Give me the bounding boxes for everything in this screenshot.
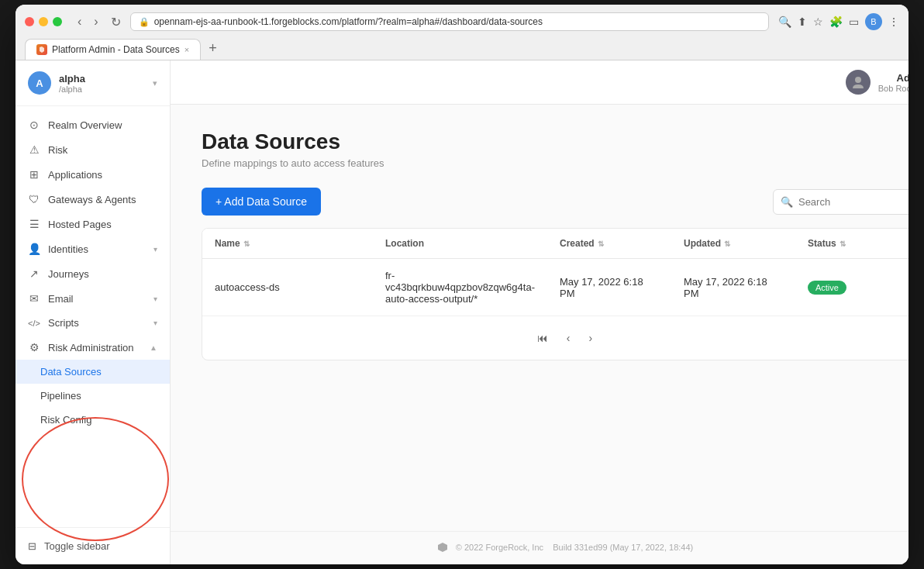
risk-admin-chevron-icon: ▲ [150,343,157,352]
footer-copyright: © 2022 ForgeRock, Inc [456,543,543,552]
scripts-chevron-icon: ▾ [153,319,157,327]
add-data-source-button[interactable]: + Add Data Source [202,188,321,216]
sidebar-item-label: Applications [48,169,102,181]
sidebar-nav: ⊙ Realm Overview ⚠ Risk ⊞ Applications 🛡… [16,106,170,527]
toggle-sidebar-label: Toggle sidebar [44,540,110,552]
active-tab[interactable]: Platform Admin - Data Sources × [25,39,201,60]
data-table: Name ⇅ Location Created ⇅ Updated ⇅ [202,228,908,360]
address-bar[interactable]: 🔒 opennam-ejs-aa-runbook-t1.forgeblocks.… [130,12,769,31]
toolbar: + Add Data Source 🔍 [202,188,908,216]
sidebar: A alpha /alpha ▾ ⊙ Realm Overview ⚠ Risk… [16,60,171,564]
scripts-icon: </> [28,319,40,328]
sidebar-item-email[interactable]: ✉ Email ▾ [16,286,170,311]
page-subtitle: Define mappings to auto access features [202,157,908,169]
row-actions-button[interactable]: ··· [896,270,908,305]
risk-icon: ⚠ [28,143,40,156]
new-tab-button[interactable]: + [202,37,223,60]
close-button[interactable] [25,17,34,26]
created-sort-icon[interactable]: ⇅ [598,240,604,248]
prev-page-button[interactable]: ‹ [560,329,577,347]
page-title: Data Sources [202,129,908,154]
tab-title: Platform Admin - Data Sources [52,44,180,55]
identities-icon: 👤 [28,243,40,255]
cell-status: Active [795,270,896,305]
realm-name: alpha [59,73,145,84]
email-chevron-icon: ▾ [153,295,157,303]
sidebar-item-risk-administration[interactable]: ⚙ Risk Administration ▲ [16,335,170,360]
hosted-pages-icon: ☰ [28,218,40,230]
forgerock-logo [436,541,449,555]
toggle-sidebar-item[interactable]: ⊟ Toggle sidebar [28,536,157,557]
table-header: Name ⇅ Location Created ⇅ Updated ⇅ [202,229,908,259]
lock-icon: 🔒 [139,17,150,27]
sidebar-item-applications[interactable]: ⊞ Applications [16,162,170,187]
browser-extensions-icon[interactable]: 🧩 [829,16,843,28]
realm-chevron-icon: ▾ [153,78,157,88]
pagination: ⏮ ‹ › [202,316,908,360]
browser-profile-icon[interactable]: B [865,13,882,30]
sidebar-footer[interactable]: ⊟ Toggle sidebar [16,527,170,564]
content-area: Data Sources Define mappings to auto acc… [171,105,908,531]
updated-sort-icon[interactable]: ⇅ [724,240,730,248]
forward-button[interactable]: › [91,13,101,31]
journeys-icon: ↗ [28,267,40,280]
refresh-button[interactable]: ↻ [108,13,124,31]
sidebar-item-pipelines[interactable]: Pipelines [16,384,170,408]
sidebar-item-realm-overview[interactable]: ⊙ Realm Overview [16,112,170,137]
sidebar-item-label: Email [48,293,74,305]
tab-close-button[interactable]: × [184,45,189,54]
realm-avatar: A [28,71,51,95]
search-input[interactable] [773,189,908,215]
sidebar-item-hosted-pages[interactable]: ☰ Hosted Pages [16,212,170,236]
next-page-button[interactable]: › [582,329,598,347]
col-name: Name ⇅ [202,229,373,258]
sidebar-item-data-sources[interactable]: Data Sources [16,360,170,384]
sidebar-item-identities[interactable]: 👤 Identities ▾ [16,236,170,261]
browser-search-icon[interactable]: 🔍 [778,16,791,28]
user-name: Admin [878,72,908,84]
cell-location: fr-vc43bqrkbuw4qpzbov8zqw6g4ta-auto-acce… [373,259,547,316]
browser-share-icon[interactable]: ⬆ [798,16,807,28]
status-badge: Active [808,281,846,295]
browser-chrome: ‹ › ↻ 🔒 opennam-ejs-aa-runbook-t1.forgeb… [16,5,908,60]
browser-window: ‹ › ↻ 🔒 opennam-ejs-aa-runbook-t1.forgeb… [16,5,908,564]
tab-favicon [36,44,47,55]
realm-info: alpha /alpha [59,73,145,94]
realm-overview-icon: ⊙ [28,119,40,131]
realm-path: /alpha [59,84,145,94]
cell-name: autoaccess-ds [202,271,373,304]
sidebar-item-journeys[interactable]: ↗ Journeys [16,261,170,286]
status-sort-icon[interactable]: ⇅ [840,240,846,248]
col-location: Location [373,229,547,258]
first-page-button[interactable]: ⏮ [531,329,554,347]
sidebar-realm-header[interactable]: A alpha /alpha ▾ [16,60,170,106]
svg-point-0 [855,77,861,83]
search-icon: 🔍 [781,196,793,208]
sidebar-item-label: Identities [48,243,88,255]
sidebar-item-scripts[interactable]: </> Scripts ▾ [16,311,170,335]
browser-nav-buttons: ‹ › ↻ [74,13,124,31]
col-updated: Updated ⇅ [671,229,795,258]
identities-chevron-icon: ▾ [153,245,157,253]
back-button[interactable]: ‹ [74,13,84,31]
browser-bookmark-icon[interactable]: ☆ [813,16,823,28]
cell-created: May 17, 2022 6:18 PM [547,265,671,310]
minimize-button[interactable] [39,17,48,26]
col-actions [896,229,908,258]
sidebar-item-label: Risk Config [40,414,91,426]
browser-toolbar: 🔍 ⬆ ☆ 🧩 ▭ B ⋮ [778,13,899,30]
browser-tab-icon[interactable]: ▭ [849,16,859,28]
user-menu[interactable]: Admin Bob Rodgers ▾ [846,70,908,95]
sidebar-item-label: Pipelines [40,390,81,402]
user-avatar [846,70,871,95]
risk-admin-icon: ⚙ [28,341,40,353]
sidebar-item-risk-config[interactable]: Risk Config [16,408,170,432]
browser-menu-icon[interactable]: ⋮ [888,16,899,28]
sidebar-item-gateways[interactable]: 🛡 Gateways & Agents [16,187,170,212]
maximize-button[interactable] [53,17,62,26]
sidebar-item-label: Realm Overview [48,119,122,131]
applications-icon: ⊞ [28,168,40,181]
sidebar-item-label: Hosted Pages [48,219,112,230]
sidebar-item-risk[interactable]: ⚠ Risk [16,137,170,162]
name-sort-icon[interactable]: ⇅ [243,240,250,248]
